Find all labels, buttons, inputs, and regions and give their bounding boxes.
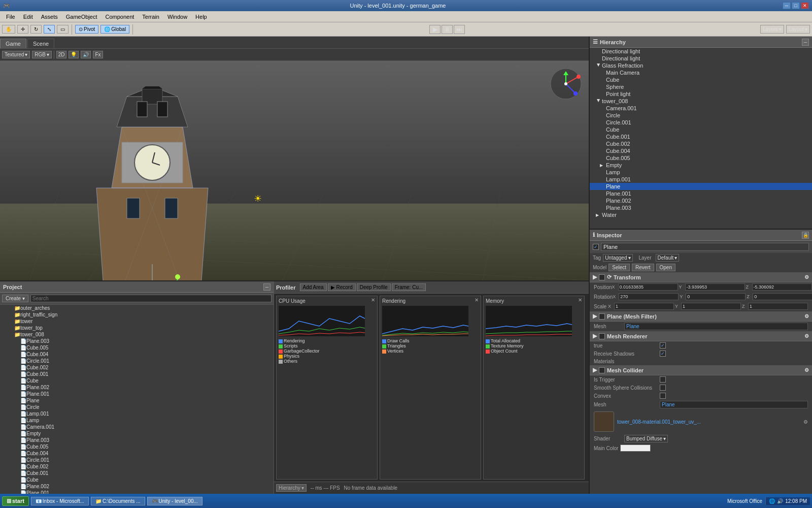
rgb-dropdown[interactable]: RGB ▾ bbox=[32, 51, 52, 58]
scene-extra-2[interactable]: 💡 bbox=[69, 51, 79, 58]
mesh-collider-gear[interactable]: ⚙ bbox=[804, 367, 809, 373]
menu-assets[interactable]: Assets bbox=[37, 13, 62, 21]
mesh-renderer-header[interactable]: ▶ Mesh Renderer ⚙ bbox=[590, 331, 812, 341]
hierarchy-item[interactable]: Point light bbox=[590, 90, 812, 98]
frame-btn[interactable]: Frame: Cu... bbox=[392, 283, 426, 291]
project-item[interactable]: 📄Circle bbox=[0, 404, 274, 410]
position-y[interactable] bbox=[685, 283, 745, 291]
project-item[interactable]: 📄Cube.004 bbox=[0, 450, 274, 457]
project-item[interactable]: 📄Plane.003 bbox=[0, 338, 274, 344]
layer-dropdown[interactable]: Default ▾ bbox=[656, 254, 680, 262]
is-trigger-checkbox[interactable] bbox=[660, 376, 666, 383]
taskbar-inbox[interactable]: 📧 Inbox - Microsoft... bbox=[31, 497, 89, 505]
mesh-renderer-enable[interactable] bbox=[599, 333, 605, 339]
project-panel-close[interactable]: ─ bbox=[263, 283, 270, 291]
project-item[interactable]: 📄Lamp.001 bbox=[0, 410, 274, 417]
hierarchy-item[interactable]: ▶tower_008 bbox=[590, 98, 812, 105]
record-btn[interactable]: ▶ Record bbox=[328, 283, 356, 291]
project-item[interactable]: 📄Circle.001 bbox=[0, 358, 274, 364]
rotation-z[interactable] bbox=[753, 293, 812, 300]
menu-terrain[interactable]: Terrain bbox=[138, 13, 163, 21]
tag-dropdown[interactable]: Untagged ▾ bbox=[603, 254, 632, 262]
cpu-close[interactable]: ✕ bbox=[371, 297, 375, 303]
hierarchy-item[interactable]: Cube.005 bbox=[590, 154, 812, 162]
project-item[interactable]: 📄Cube.005 bbox=[0, 443, 274, 450]
hierarchy-item[interactable]: Cube.001 bbox=[590, 133, 812, 140]
project-item[interactable]: 📄Cube.002 bbox=[0, 364, 274, 371]
hierarchy-item[interactable]: Lamp.001 bbox=[590, 176, 812, 183]
object-active-checkbox[interactable] bbox=[593, 244, 599, 250]
hierarchy-item[interactable]: Cube.002 bbox=[590, 140, 812, 147]
mesh-filter-header[interactable]: ▶ Plane (Mesh Filter) ⚙ bbox=[590, 311, 812, 322]
project-item[interactable]: 📄Cube.001 bbox=[0, 470, 274, 477]
object-name-field[interactable] bbox=[601, 243, 809, 251]
scene-extra-4[interactable]: Fx bbox=[93, 51, 103, 58]
hierarchy-item[interactable]: Cube bbox=[590, 76, 812, 83]
hierarchy-item[interactable]: ▶Empty bbox=[590, 162, 812, 169]
hierarchy-item[interactable]: ▶Water bbox=[590, 211, 812, 218]
textured-dropdown[interactable]: Textured ▾ bbox=[2, 51, 30, 58]
project-item[interactable]: 📄Plane.002 bbox=[0, 483, 274, 490]
project-item[interactable]: 📁tower_008 bbox=[0, 331, 274, 338]
layers-dropdown[interactable]: Layers ▾ bbox=[760, 25, 784, 34]
scene-view[interactable]: ☀ bbox=[0, 61, 589, 280]
hierarchy-item[interactable]: Main Camera bbox=[590, 69, 812, 76]
model-select-btn[interactable]: Select bbox=[608, 264, 630, 271]
material-swatch[interactable] bbox=[594, 411, 614, 432]
scale-x[interactable] bbox=[614, 303, 674, 310]
rotation-y[interactable] bbox=[686, 293, 746, 300]
taskbar-unity[interactable]: 🎮 Unity - level_00... bbox=[147, 497, 202, 505]
hierarchy-item[interactable]: Plane bbox=[590, 183, 812, 190]
play-button[interactable]: ▶ bbox=[429, 25, 441, 34]
mesh-filter-enable[interactable] bbox=[599, 313, 605, 320]
project-item[interactable]: 📄Plane.001 bbox=[0, 391, 274, 397]
smooth-sphere-checkbox[interactable] bbox=[660, 385, 666, 391]
position-x[interactable] bbox=[618, 283, 678, 291]
rendering-close[interactable]: ✕ bbox=[475, 297, 479, 303]
mesh-filter-gear[interactable]: ⚙ bbox=[804, 313, 809, 319]
material-name[interactable]: tower_008-material.001_tower_uv_... bbox=[617, 419, 800, 425]
create-button[interactable]: Create ▾ bbox=[2, 295, 28, 302]
project-item[interactable]: 📁tower_top bbox=[0, 325, 274, 331]
project-item[interactable]: 📁right_traffic_sign bbox=[0, 311, 274, 318]
tab-scene[interactable]: Scene bbox=[27, 39, 54, 48]
convex-checkbox[interactable] bbox=[660, 393, 666, 399]
project-item[interactable]: 📄Plane bbox=[0, 397, 274, 404]
global-button[interactable]: 🌐 Global bbox=[100, 25, 129, 34]
pause-button[interactable]: ⏸ bbox=[442, 25, 453, 34]
receive-shadows-checkbox[interactable] bbox=[660, 351, 666, 357]
layout-dropdown[interactable]: Layout ▾ bbox=[786, 25, 810, 34]
hierarchy-item[interactable]: Plane.003 bbox=[590, 204, 812, 211]
hierarchy-item[interactable]: Circle bbox=[590, 112, 812, 119]
project-item[interactable]: 📄Empty bbox=[0, 430, 274, 437]
cast-shadows-checkbox[interactable] bbox=[660, 342, 666, 348]
minimize-button[interactable]: ─ bbox=[783, 2, 791, 9]
step-button[interactable]: ⏭ bbox=[454, 25, 465, 34]
close-button[interactable]: ✕ bbox=[801, 2, 809, 9]
menu-edit[interactable]: Edit bbox=[19, 13, 37, 21]
hierarchy-item[interactable]: Plane.002 bbox=[590, 197, 812, 204]
move-tool[interactable]: ✛ bbox=[17, 25, 28, 34]
model-revert-btn[interactable]: Revert bbox=[632, 264, 654, 271]
scale-z[interactable] bbox=[748, 303, 808, 310]
model-open-btn[interactable]: Open bbox=[656, 264, 675, 271]
project-item[interactable]: 📄Plane.001 bbox=[0, 490, 274, 494]
scene-extra-1[interactable]: 2D bbox=[56, 51, 66, 58]
rect-tool[interactable]: ▭ bbox=[57, 25, 69, 34]
position-z[interactable] bbox=[752, 283, 812, 291]
material-edit-icon[interactable]: ⚙ bbox=[803, 419, 808, 425]
transform-enable[interactable] bbox=[599, 274, 605, 280]
mesh-renderer-gear[interactable]: ⚙ bbox=[804, 333, 809, 339]
hierarchy-item[interactable]: Directional light bbox=[590, 55, 812, 62]
project-item[interactable]: 📄Cube.005 bbox=[0, 344, 274, 351]
hierarchy-item[interactable]: Directional light bbox=[590, 48, 812, 55]
project-item[interactable]: 📄Cube.002 bbox=[0, 463, 274, 470]
mesh-collider-header[interactable]: ▶ Mesh Collider ⚙ bbox=[590, 365, 812, 375]
hierarchy-close[interactable]: ─ bbox=[802, 39, 809, 46]
maximize-button[interactable]: □ bbox=[792, 2, 800, 9]
project-item[interactable]: 📄Camera.001 bbox=[0, 424, 274, 430]
menu-window[interactable]: Window bbox=[163, 13, 191, 21]
inspector-lock[interactable]: 🔒 bbox=[802, 232, 809, 239]
memory-close[interactable]: ✕ bbox=[578, 297, 582, 303]
hierarchy-item[interactable]: Lamp bbox=[590, 169, 812, 176]
